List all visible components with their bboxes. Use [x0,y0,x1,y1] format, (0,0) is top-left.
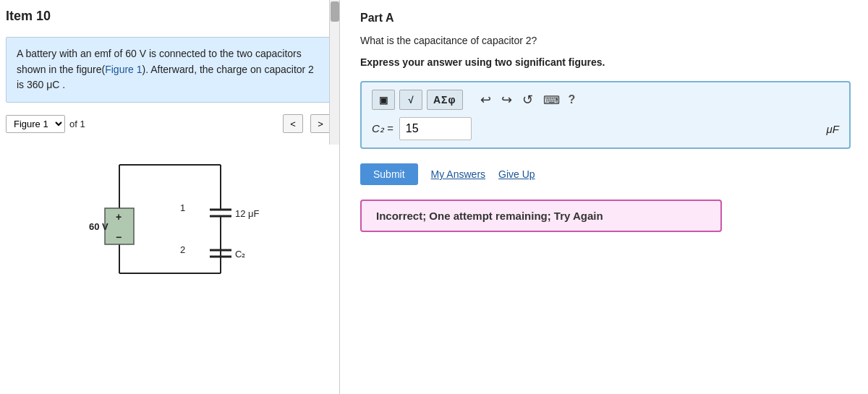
figure-of-label: of 1 [69,119,85,129]
circuit-diagram: + − 60 V 1 12 μF [76,150,264,295]
battery-plus-label: + [116,211,122,223]
help-icon[interactable]: ? [569,93,576,106]
left-panel: Item 10 A battery with an emf of 60 V is… [0,0,340,394]
figure-link[interactable]: Figure 1 [105,64,142,75]
input-row: C₂ = μF [372,117,839,140]
item-title: Item 10 [0,0,339,30]
c2-label: C₂ = [372,122,393,135]
express-label: Express your answer using two significan… [360,56,851,68]
give-up-link[interactable]: Give Up [498,168,535,180]
my-answers-link[interactable]: My Answers [431,168,485,180]
sqrt-icon[interactable]: √ [399,90,422,110]
unit-label: μF [827,123,839,135]
cap1-value-label: 12 μF [235,208,260,219]
part-title: Part A [360,12,851,25]
answer-box: ▣ √ ΑΣφ ↩ ↪ ↺ ⌨ ? C₂ = μF [360,81,851,149]
undo-icon[interactable]: ↩ [477,90,494,109]
redo-icon[interactable]: ↪ [498,90,515,109]
question-text: What is the capacitance of capacitor 2? [360,35,851,46]
incorrect-message: Incorrect; One attempt remaining; Try Ag… [360,200,722,232]
circuit-area: + − 60 V 1 12 μF [0,136,339,394]
figure-select[interactable]: Figure 1 [6,115,65,133]
prev-button[interactable]: < [283,114,303,133]
right-panel: Part A What is the capacitance of capaci… [340,0,868,394]
battery-minus-label: − [116,231,122,243]
answer-input[interactable] [399,117,472,140]
problem-text: A battery with an emf of 60 V is connect… [6,37,331,103]
greek-button[interactable]: ΑΣφ [427,90,463,110]
grid-icon[interactable]: ▣ [372,90,395,110]
refresh-icon[interactable]: ↺ [519,90,536,109]
cap2-number: 2 [180,244,185,255]
cap2-symbol-label: C₂ [235,249,245,260]
submit-button[interactable]: Submit [360,163,418,185]
cap1-number: 1 [180,202,185,213]
action-row: Submit My Answers Give Up [360,163,851,185]
next-button[interactable]: > [310,114,331,133]
keyboard-icon[interactable]: ⌨ [540,92,563,108]
figure-nav: Figure 1 of 1 < > [6,114,331,133]
toolbar: ▣ √ ΑΣφ ↩ ↪ ↺ ⌨ ? [372,90,839,110]
scrollbar-thumb[interactable] [331,1,339,22]
scrollbar[interactable] [329,0,339,145]
battery-value-label: 60 V [89,221,109,232]
